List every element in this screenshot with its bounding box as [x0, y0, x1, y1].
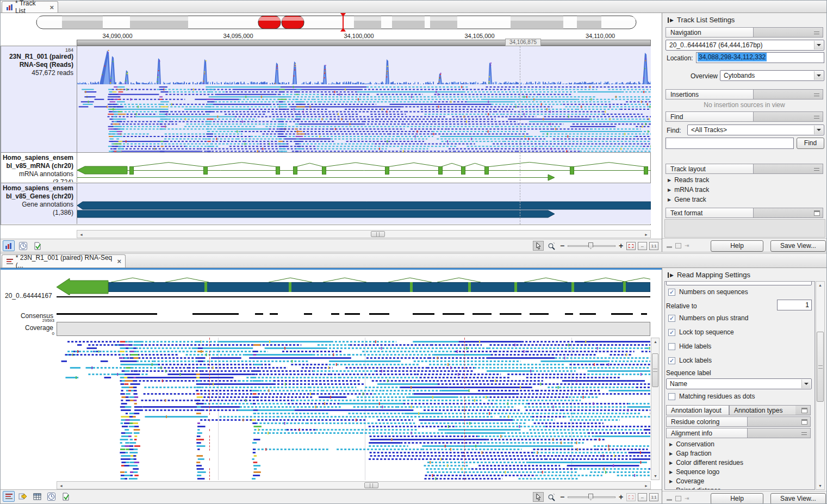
close-icon[interactable]: ×: [117, 257, 121, 265]
text-format-section-header[interactable]: Text format: [666, 208, 823, 218]
mapping-overview-canvas[interactable]: [57, 276, 650, 295]
checkbox-lock-labels[interactable]: ✓ Lock labels: [668, 356, 712, 365]
residue-coloring-section-header[interactable]: Residue coloring: [666, 416, 811, 427]
gap-fraction-expander[interactable]: ▶ Gap fraction: [669, 450, 712, 457]
checkbox-matching-residues-dots[interactable]: Matching residues as dots: [668, 391, 755, 401]
track-layout-section-header[interactable]: Track layout: [666, 164, 823, 174]
reads-track-canvas[interactable]: [77, 46, 651, 152]
overview-dropdown[interactable]: Cytobands: [720, 70, 824, 81]
coverage-expander[interactable]: ▶ Coverage: [669, 477, 704, 485]
find-query-input[interactable]: [666, 138, 794, 149]
collapse-icon[interactable]: [801, 432, 807, 435]
horizontal-scrollbar[interactable]: ◄ ►: [77, 230, 651, 238]
fit-width-button[interactable]: ↔: [638, 242, 647, 250]
gene-track-expander[interactable]: ▶ Gene track: [668, 196, 706, 203]
annotation-layout-section-header[interactable]: Annotation layout Annotation types: [666, 405, 811, 415]
navigation-section-header[interactable]: Navigation: [666, 27, 823, 38]
scroll-down-icon[interactable]: ▼: [654, 474, 657, 478]
sequence-label-dropdown[interactable]: Name: [666, 378, 812, 389]
fit-width-button[interactable]: ↔: [638, 493, 647, 501]
dropdown-arrow-icon[interactable]: [814, 41, 823, 49]
expander-icon[interactable]: ▶: [669, 479, 673, 484]
close-icon[interactable]: ×: [49, 3, 54, 11]
scrollbar-thumb[interactable]: [817, 332, 824, 402]
scroll-up-icon[interactable]: ▲: [654, 340, 657, 344]
reference-sequence-line[interactable]: [57, 296, 650, 297]
consensus-canvas[interactable]: [57, 312, 650, 317]
zoom-out-button[interactable]: −: [559, 241, 565, 250]
conservation-expander[interactable]: ▶ Conservation: [669, 440, 714, 448]
dropdown-arrow-icon[interactable]: [801, 379, 811, 388]
minimize-panel-icon[interactable]: [667, 244, 672, 248]
annotation-table-button[interactable]: [17, 491, 29, 502]
save-view-button[interactable]: Save View...: [770, 493, 826, 504]
collapse-icon[interactable]: [814, 32, 819, 34]
settings-scrollbar[interactable]: ▲ ▼: [816, 281, 825, 490]
scrollbar-thumb[interactable]: [371, 231, 385, 237]
zoom-slider-thumb[interactable]: [588, 494, 593, 500]
zoom-to-selection-button[interactable]: [626, 242, 636, 250]
scrollbar-thumb[interactable]: [652, 353, 658, 387]
popout-icon[interactable]: [814, 210, 820, 216]
element-info-button[interactable]: [59, 491, 71, 502]
checkbox-icon[interactable]: [668, 343, 675, 350]
gene-track-label[interactable]: Homo_sapiens_ensem bl_v85_Genes (chr20) …: [1, 183, 77, 224]
expander-icon[interactable]: ▶: [669, 451, 673, 456]
ruler-bar[interactable]: [77, 40, 651, 46]
find-button[interactable]: Find: [797, 138, 824, 149]
restore-panel-icon[interactable]: [675, 243, 681, 248]
clipped-combobox[interactable]: [666, 281, 812, 285]
selection-tool-button[interactable]: [533, 241, 544, 251]
expander-icon[interactable]: ▶: [669, 442, 673, 447]
checkbox-numbers-on-sequences[interactable]: ✓ Numbers on sequences: [668, 287, 748, 297]
expander-icon[interactable]: ▶: [669, 461, 673, 465]
popout-icon[interactable]: [801, 419, 807, 425]
one-to-one-zoom-button[interactable]: 1:1: [649, 493, 658, 501]
zoom-tool-button[interactable]: [546, 241, 557, 251]
insertions-section-header[interactable]: Insertions: [666, 89, 823, 99]
tab-read-mapping[interactable]: * 23N_R1_001 (paired) RNA-Seq (... ×: [2, 254, 126, 267]
dock-panel-icon[interactable]: ⇥: [685, 496, 691, 501]
save-view-button[interactable]: Save View...: [770, 240, 826, 252]
vertical-scrollbar[interactable]: ▲ ▼: [651, 338, 660, 480]
selection-tool-button[interactable]: [533, 492, 544, 502]
expander-icon[interactable]: ▶: [668, 197, 671, 202]
collapse-icon[interactable]: [814, 116, 819, 119]
zoom-slider-thumb[interactable]: [588, 242, 593, 249]
scroll-up-icon[interactable]: ▲: [818, 283, 822, 287]
alignment-view-button[interactable]: [3, 491, 15, 502]
one-to-one-zoom-button[interactable]: 1:1: [649, 242, 658, 250]
panel-arrow-icon[interactable]: ▶: [668, 272, 674, 278]
chromosome-ideogram[interactable]: [36, 15, 637, 29]
scroll-down-icon[interactable]: ▼: [818, 484, 822, 488]
zoom-slider[interactable]: [568, 242, 615, 250]
coverage-graph[interactable]: [57, 322, 650, 336]
scroll-right-icon[interactable]: ►: [644, 233, 648, 237]
tab-track-list[interactable]: * Track List ×: [2, 1, 58, 13]
zoom-in-button[interactable]: +: [618, 493, 624, 501]
mrna-track-canvas[interactable]: [77, 153, 651, 182]
expander-icon[interactable]: ▶: [669, 488, 673, 490]
table-view-button[interactable]: [31, 491, 43, 502]
relative-to-input[interactable]: [777, 300, 812, 310]
history-view-button[interactable]: [17, 240, 29, 251]
location-input[interactable]: 34,088,298-34,112,332: [696, 52, 824, 63]
dropdown-arrow-icon[interactable]: [814, 126, 823, 134]
popout-icon[interactable]: [801, 408, 807, 413]
zoom-slider[interactable]: [568, 493, 615, 501]
checkbox-hide-labels[interactable]: Hide labels: [668, 341, 711, 351]
scroll-left-icon[interactable]: ◄: [79, 233, 83, 237]
paired-distance-expander[interactable]: ▶ Paired distance: [669, 487, 721, 490]
alignment-info-section-header[interactable]: Alignment info: [666, 428, 811, 438]
find-section-header[interactable]: Find: [666, 111, 823, 122]
horizontal-scrollbar[interactable]: ◄ ►: [57, 481, 651, 489]
gene-track-canvas[interactable]: [77, 183, 651, 224]
find-scope-dropdown[interactable]: <All Tracks>: [687, 125, 824, 135]
reads-track-expander[interactable]: ▶ Reads track: [668, 176, 709, 184]
dock-panel-icon[interactable]: ⇥: [685, 243, 691, 248]
checkbox-icon[interactable]: ✓: [668, 315, 675, 322]
dropdown-arrow-icon[interactable]: [814, 71, 823, 80]
scrollbar-thumb[interactable]: [364, 482, 378, 488]
minimize-panel-icon[interactable]: [667, 496, 672, 501]
contig-dropdown[interactable]: 20_0..64444167 (64,444,167bp): [666, 40, 824, 51]
